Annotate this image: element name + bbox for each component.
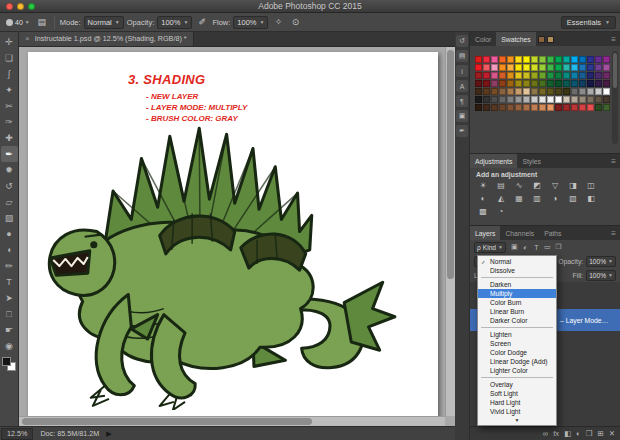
- pressure-size-button[interactable]: ⊙: [288, 15, 302, 29]
- tab-paths[interactable]: Paths: [539, 226, 566, 240]
- panel-menu-icon[interactable]: ≡: [607, 35, 620, 44]
- invert-adjustment-icon[interactable]: ◑: [546, 192, 564, 205]
- canvas-area[interactable]: 3. SHADING - NEW LAYER- LAYER MODE: MULT…: [19, 47, 455, 426]
- color-swatch[interactable]: [571, 104, 578, 111]
- shape-filter-icon[interactable]: ▭: [542, 242, 553, 253]
- tab-channels[interactable]: Channels: [500, 226, 539, 240]
- flow-select[interactable]: 100% ▼: [233, 16, 268, 29]
- eyedropper-tool[interactable]: ✑: [1, 114, 18, 130]
- minimize-button[interactable]: [17, 3, 24, 10]
- zoom-tool[interactable]: ◉: [1, 338, 18, 354]
- type-tool[interactable]: T: [1, 274, 18, 290]
- color-lookup-adjustment-icon[interactable]: ▥: [528, 192, 546, 205]
- gradient-tool[interactable]: ▨: [1, 210, 18, 226]
- shape-tool[interactable]: □: [1, 306, 18, 322]
- vibrance-adjustment-icon[interactable]: ▽: [546, 179, 564, 192]
- hand-tool[interactable]: ☛: [1, 322, 18, 338]
- type-filter-icon[interactable]: T: [531, 242, 542, 253]
- crop-tool[interactable]: ✂: [1, 98, 18, 114]
- blend-mode-option-overlay[interactable]: Overlay: [478, 380, 556, 389]
- layer-opacity-select[interactable]: 100% ▼: [586, 256, 616, 267]
- color-swatch[interactable]: [531, 104, 538, 111]
- color-swatch[interactable]: [579, 104, 586, 111]
- tab-styles[interactable]: Styles: [517, 154, 546, 168]
- menu-scroll-down-icon[interactable]: ▼: [478, 416, 556, 424]
- brush-tool[interactable]: ✒: [1, 146, 18, 162]
- airbrush-button[interactable]: ✧: [271, 15, 285, 29]
- channel-mixer-adjustment-icon[interactable]: ▦: [510, 192, 528, 205]
- layer-effects-icon[interactable]: fx: [553, 430, 559, 438]
- selective-color-adjustment-icon[interactable]: ◔: [492, 205, 510, 218]
- blend-mode-option-linear-burn[interactable]: Linear Burn: [478, 307, 556, 316]
- hue-saturation-adjustment-icon[interactable]: ◨: [564, 179, 582, 192]
- lasso-tool[interactable]: ʃ: [1, 66, 18, 82]
- properties-panel-icon[interactable]: ▤: [456, 50, 468, 62]
- adjustment-filter-icon[interactable]: ◐: [520, 242, 531, 253]
- brush-presets-panel-icon[interactable]: ✒: [456, 125, 468, 137]
- tab-swatches[interactable]: Swatches: [496, 32, 535, 46]
- dodge-tool[interactable]: ◖: [1, 242, 18, 258]
- curves-adjustment-icon[interactable]: ∿: [510, 179, 528, 192]
- color-swatch[interactable]: [595, 104, 602, 111]
- panel-menu-icon[interactable]: ≡: [607, 157, 620, 166]
- adjustment-layer-icon[interactable]: ◐: [576, 430, 581, 438]
- path-selection-tool[interactable]: ➤: [1, 290, 18, 306]
- smart-object-filter-icon[interactable]: ❐: [553, 242, 564, 253]
- healing-brush-tool[interactable]: ✚: [1, 130, 18, 146]
- history-panel-icon[interactable]: ↺: [456, 35, 468, 47]
- filter-kind-select[interactable]: ρ Kind ▼: [474, 242, 506, 253]
- levels-adjustment-icon[interactable]: ▤: [492, 179, 510, 192]
- gradient-map-adjustment-icon[interactable]: ▩: [474, 205, 492, 218]
- blend-mode-select[interactable]: Normal ▼: [84, 16, 124, 29]
- character-panel-icon[interactable]: A: [456, 80, 468, 92]
- tab-adjustments[interactable]: Adjustments: [470, 154, 517, 168]
- swatches-scrollbar[interactable]: [612, 51, 618, 144]
- canvas-horizontal-scrollbar[interactable]: [19, 416, 445, 426]
- layer-group-icon[interactable]: ❐: [586, 430, 593, 438]
- blend-mode-option-darker-color[interactable]: Darker Color: [478, 316, 556, 325]
- foreground-swatch-chip[interactable]: [538, 36, 545, 43]
- scrollbar-thumb[interactable]: [447, 50, 454, 279]
- color-swatch[interactable]: [483, 104, 490, 111]
- blend-mode-option-multiply[interactable]: Multiply: [478, 289, 556, 298]
- close-button[interactable]: [6, 3, 13, 10]
- blend-mode-option-lighter-color[interactable]: Lighter Color: [478, 366, 556, 375]
- pen-tool[interactable]: ✏: [1, 258, 18, 274]
- pressure-opacity-button[interactable]: ✐: [195, 15, 209, 29]
- tab-close-icon[interactable]: ×: [25, 34, 30, 43]
- color-swatch[interactable]: [523, 104, 530, 111]
- workspace-switcher[interactable]: Essentials ▼: [561, 16, 616, 29]
- exposure-adjustment-icon[interactable]: ◩: [528, 179, 546, 192]
- delete-layer-icon[interactable]: ✕: [609, 430, 615, 438]
- color-swatch[interactable]: [547, 104, 554, 111]
- threshold-adjustment-icon[interactable]: ◧: [582, 192, 600, 205]
- zoom-button[interactable]: [28, 3, 35, 10]
- blend-mode-option-hard-light[interactable]: Hard Light: [478, 398, 556, 407]
- zoom-level-field[interactable]: 12.5%: [1, 428, 33, 440]
- blend-mode-option-vivid-light[interactable]: Vivid Light: [478, 407, 556, 416]
- color-swatch[interactable]: [555, 104, 562, 111]
- blend-mode-option-linear-dodge-add[interactable]: Linear Dodge (Add): [478, 357, 556, 366]
- move-tool[interactable]: ✛: [1, 34, 18, 50]
- color-swatch[interactable]: [475, 104, 482, 111]
- layer-fill-select[interactable]: 100% ▼: [586, 270, 616, 281]
- blend-mode-option-soft-light[interactable]: Soft Light: [478, 389, 556, 398]
- scrollbar-thumb[interactable]: [22, 418, 312, 425]
- opacity-select[interactable]: 100% ▼: [157, 16, 192, 29]
- blend-mode-option-darken[interactable]: Darken: [478, 280, 556, 289]
- color-balance-adjustment-icon[interactable]: ◫: [582, 179, 600, 192]
- color-swatch[interactable]: [507, 104, 514, 111]
- blend-mode-option-screen[interactable]: Screen: [478, 339, 556, 348]
- blend-mode-option-color-dodge[interactable]: Color Dodge: [478, 348, 556, 357]
- foreground-color-swatch[interactable]: [2, 357, 11, 366]
- posterize-adjustment-icon[interactable]: ▧: [564, 192, 582, 205]
- scrollbar-thumb[interactable]: [613, 53, 617, 88]
- document-tab[interactable]: × Instructable 1.psd @ 12.5% (Shading, R…: [19, 31, 194, 46]
- marquee-tool[interactable]: ❏: [1, 50, 18, 66]
- panel-menu-icon[interactable]: ≡: [607, 229, 620, 238]
- brightness-contrast-adjustment-icon[interactable]: ☀: [474, 179, 492, 192]
- history-brush-tool[interactable]: ↺: [1, 178, 18, 194]
- color-swatch[interactable]: [603, 104, 610, 111]
- blend-mode-option-normal[interactable]: ✓Normal: [478, 257, 556, 266]
- blur-tool[interactable]: ●: [1, 226, 18, 242]
